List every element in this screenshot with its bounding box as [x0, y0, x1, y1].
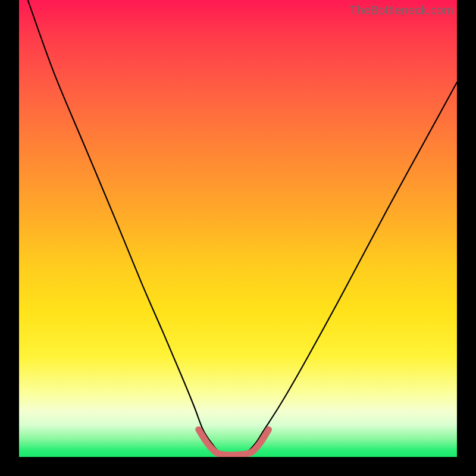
- curve-layer: [19, 0, 457, 457]
- watermark-text: TheBottleneck.com: [349, 4, 453, 17]
- plot-area: [19, 0, 457, 457]
- bottleneck-curve: [28, 0, 457, 455]
- chart-stage: TheBottleneck.com: [0, 0, 476, 476]
- valley-highlight: [199, 430, 269, 455]
